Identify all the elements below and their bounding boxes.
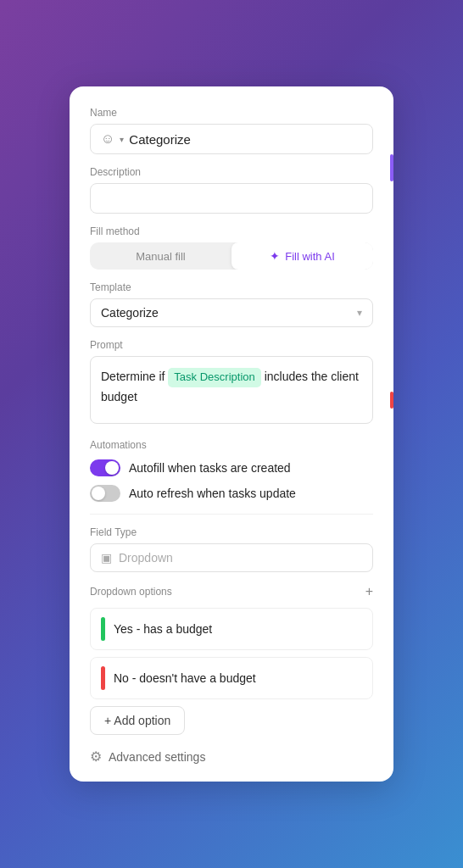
manual-fill-tab[interactable]: Manual fill: [90, 243, 232, 270]
option-row-2[interactable]: No - doesn't have a budget: [90, 657, 373, 699]
name-value: Categorize: [129, 132, 191, 147]
field-type-placeholder: Dropdown: [119, 551, 173, 565]
template-value: Categorize: [101, 306, 357, 320]
main-card: Name ☺ ▾ Categorize Description Fill met…: [70, 86, 393, 782]
option-row-1[interactable]: Yes - has a budget: [90, 608, 373, 650]
option-1-text: Yes - has a budget: [114, 622, 212, 636]
fill-method-toggle: Manual fill ✦ Fill with AI: [90, 242, 373, 270]
option-2-text: No - doesn't have a budget: [114, 671, 256, 685]
template-chevron-icon: ▾: [357, 307, 362, 319]
add-option-button[interactable]: + Add option: [90, 706, 185, 735]
autorefresh-label: Auto refresh when tasks update: [129, 487, 296, 500]
advanced-settings-label: Advanced settings: [109, 750, 205, 764]
autofill-toggle-thumb: [105, 461, 119, 475]
prompt-text-before: Determine if: [101, 370, 165, 383]
autorefresh-toggle[interactable]: [90, 485, 120, 502]
add-option-label: + Add option: [104, 714, 170, 727]
template-label: Template: [90, 281, 373, 293]
name-label: Name: [90, 107, 373, 119]
advanced-settings-row[interactable]: ⚙ Advanced settings: [90, 748, 373, 765]
prompt-tag: Task Description: [168, 368, 260, 387]
field-type-box[interactable]: ▣ Dropdown: [90, 543, 373, 572]
description-label: Description: [90, 166, 373, 178]
option-2-color-indicator: [101, 666, 105, 690]
automations-label: Automations: [90, 439, 373, 451]
emoji-icon: ☺: [101, 131, 114, 147]
dropdown-icon: ▣: [101, 551, 112, 565]
option-1-color-indicator: [101, 617, 105, 641]
dropdown-options-label: Dropdown options: [90, 586, 172, 598]
name-field[interactable]: ☺ ▾ Categorize: [90, 124, 373, 154]
ai-tab-label: Fill with AI: [285, 250, 335, 263]
prompt-box[interactable]: Determine if Task Description includes t…: [90, 356, 373, 424]
fill-with-ai-tab[interactable]: ✦ Fill with AI: [232, 242, 373, 270]
divider: [90, 514, 373, 515]
autofill-label: Autofill when tasks are created: [129, 461, 291, 475]
template-select[interactable]: Categorize ▾: [90, 298, 373, 327]
gear-icon: ⚙: [90, 748, 102, 765]
autofill-toggle[interactable]: [90, 459, 120, 476]
ai-sparkle-icon: ✦: [270, 249, 280, 263]
name-chevron-icon: ▾: [120, 135, 124, 144]
autorefresh-toggle-thumb: [92, 487, 105, 500]
field-type-label: Field Type: [90, 526, 373, 538]
automation-row-1: Autofill when tasks are created: [90, 459, 373, 476]
dropdown-options-header: Dropdown options +: [90, 584, 373, 599]
description-input[interactable]: [90, 183, 373, 214]
add-option-plus-icon[interactable]: +: [365, 584, 373, 599]
fill-method-label: Fill method: [90, 225, 373, 237]
automation-row-2: Auto refresh when tasks update: [90, 485, 373, 502]
prompt-label: Prompt: [90, 339, 373, 351]
